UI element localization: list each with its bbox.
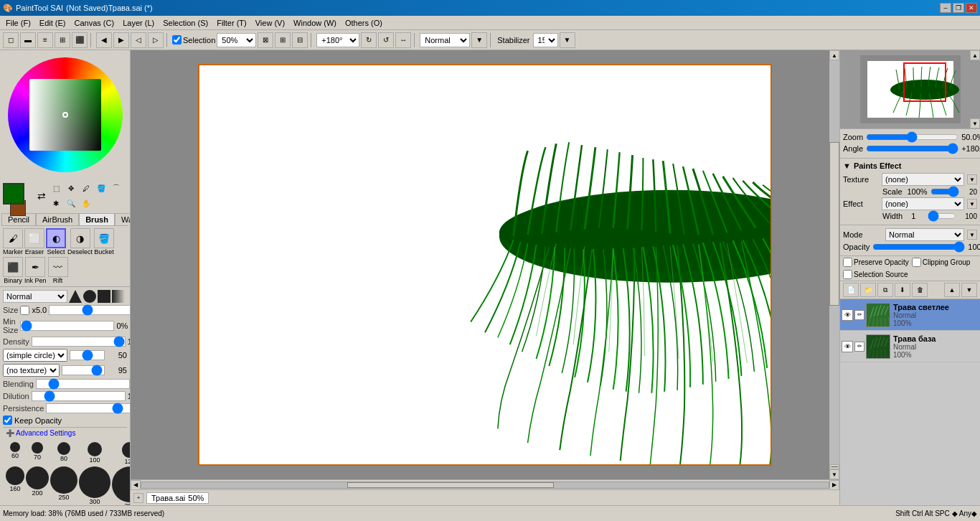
- sub-tool-inkpen[interactable]: ✒ Ink Pen: [24, 257, 47, 284]
- shape-select[interactable]: (simple circle): [3, 349, 67, 362]
- layer-move-up-btn[interactable]: ▲: [944, 283, 960, 297]
- h-scrollbar[interactable]: ◀ ▶: [131, 479, 839, 489]
- layer-move-down-btn[interactable]: ▼: [961, 283, 977, 297]
- preserve-opacity-cb[interactable]: [843, 258, 852, 267]
- selection-source-cb[interactable]: [843, 270, 852, 279]
- angle-select[interactable]: +180° 0° +90° -90°: [316, 33, 359, 47]
- toolbar-nav-next2[interactable]: ▷: [148, 32, 164, 48]
- menu-window[interactable]: Window (W): [289, 17, 341, 29]
- blend-mode-select[interactable]: Normal Multiply Screen: [3, 290, 67, 303]
- size-checkbox[interactable]: [20, 306, 29, 315]
- brush-preset-100[interactable]: 100: [79, 442, 110, 465]
- brush-preset-250[interactable]: 250: [50, 466, 77, 505]
- stabilizer-arrow[interactable]: ▼: [560, 32, 575, 48]
- minimize-button[interactable]: –: [940, 3, 951, 13]
- zoom-fit[interactable]: ⊠: [258, 32, 273, 48]
- vscroll-down-btn[interactable]: ▼: [829, 469, 839, 479]
- canvas-frame[interactable]: [198, 64, 772, 466]
- menu-layer[interactable]: Layer (L): [118, 17, 159, 29]
- rotate-ccw[interactable]: ↺: [378, 32, 394, 48]
- hscroll-track[interactable]: [141, 482, 829, 489]
- swap-colors-icon[interactable]: ⇄: [37, 190, 46, 202]
- texture-pe-expand[interactable]: ▼: [967, 174, 977, 184]
- hscroll-thumb[interactable]: [347, 482, 553, 488]
- brush-preset-70[interactable]: 70: [26, 442, 49, 465]
- menu-canvas[interactable]: Canvas (C): [70, 17, 119, 29]
- canvas-tab[interactable]: Трава.sai 50%: [146, 492, 209, 504]
- menu-edit[interactable]: Edit (E): [35, 17, 70, 29]
- size-slider[interactable]: [49, 305, 130, 315]
- toolbar-nav-prev[interactable]: ◀: [96, 32, 112, 48]
- v-scrollbar[interactable]: ▲ ▼: [829, 50, 839, 479]
- lasso-tool-icon[interactable]: ⌒: [109, 181, 123, 195]
- sub-tool-binary[interactable]: ⬛ Binary: [3, 257, 23, 284]
- hscroll-left-btn[interactable]: ◀: [131, 480, 141, 490]
- flip-h[interactable]: ↔: [395, 32, 411, 48]
- layer-item-2[interactable]: 👁 ✏: [840, 331, 980, 362]
- magic-wand-icon[interactable]: ✱: [49, 196, 63, 210]
- layer-2-visibility[interactable]: 👁: [842, 341, 853, 352]
- toolbar-nav-next[interactable]: ▶: [113, 32, 129, 48]
- dilution-slider[interactable]: [32, 391, 126, 401]
- hscroll-right-btn[interactable]: ▶: [829, 480, 839, 490]
- vscroll-track[interactable]: [829, 60, 839, 469]
- layer-1-visibility[interactable]: 👁: [842, 309, 853, 321]
- blend-mode-toolbar[interactable]: Normal Multiply Screen: [420, 33, 470, 47]
- angle-slider[interactable]: [866, 144, 958, 153]
- hand-tool-icon[interactable]: ✋: [79, 196, 93, 210]
- new-layer-btn[interactable]: 📄: [843, 283, 859, 297]
- sub-tool-select[interactable]: ◐ Select: [46, 228, 66, 255]
- shape-slider[interactable]: [70, 350, 105, 360]
- brush-preset-300[interactable]: 300: [79, 466, 110, 505]
- toolbar-nav-prev2[interactable]: ◁: [131, 32, 146, 48]
- menu-others[interactable]: Others (O): [341, 17, 387, 29]
- menu-view[interactable]: View (V): [251, 17, 289, 29]
- effect-pe-expand[interactable]: ▼: [967, 199, 977, 209]
- toolbar-btn-4[interactable]: ⊞: [55, 32, 70, 48]
- layer-item-1[interactable]: 👁 ✏: [840, 299, 980, 331]
- menu-file[interactable]: File (F): [1, 17, 35, 29]
- brush-preset-60[interactable]: 60: [6, 442, 24, 465]
- rotate-cw[interactable]: ↻: [361, 32, 377, 48]
- tab-water[interactable]: Water: [115, 213, 131, 225]
- brush-preset-80[interactable]: 80: [50, 442, 77, 465]
- texture-pe-select[interactable]: (none): [882, 173, 964, 186]
- shape-triangle-icon[interactable]: [69, 290, 82, 303]
- layer-1-lock[interactable]: ✏: [854, 310, 864, 320]
- zoom-slider[interactable]: [866, 133, 958, 141]
- layer-2-lock[interactable]: ✏: [854, 342, 864, 352]
- menu-selection[interactable]: Selection (S): [159, 17, 212, 29]
- canvas-vscroll[interactable]: │: [829, 464, 839, 469]
- select-tool-icon[interactable]: ⬚: [49, 181, 63, 195]
- sub-tool-eraser[interactable]: ⬜ Eraser: [24, 228, 44, 255]
- toolbar-btn-5[interactable]: ⬛: [72, 32, 88, 48]
- merge-down-btn[interactable]: ⬇: [895, 283, 910, 297]
- minsize-slider[interactable]: [20, 321, 114, 331]
- shape-square-icon[interactable]: [98, 290, 110, 303]
- blending-slider[interactable]: [36, 379, 130, 389]
- nav-arrow-br[interactable]: ▼: [970, 118, 980, 128]
- mode-expand[interactable]: ▼: [967, 230, 977, 240]
- density-slider[interactable]: [32, 337, 126, 347]
- brush-preset-200[interactable]: 200: [26, 466, 49, 505]
- eyedropper-icon[interactable]: 🖊: [79, 181, 93, 195]
- paints-effect-title[interactable]: ▼ Paints Effect: [843, 161, 977, 170]
- sub-tool-bucket[interactable]: 🪣 Bucket: [94, 228, 114, 255]
- tab-add-btn[interactable]: +: [133, 493, 143, 503]
- delete-layer-btn[interactable]: 🗑: [912, 283, 928, 297]
- scale-pe-slider[interactable]: [930, 187, 959, 196]
- fill-tool-icon[interactable]: 🪣: [94, 181, 108, 195]
- opacity-slider[interactable]: [872, 243, 965, 251]
- shape-circle-icon[interactable]: [83, 290, 96, 303]
- nav-arrow-tr[interactable]: ▲: [970, 50, 980, 60]
- close-button[interactable]: ✕: [966, 3, 977, 13]
- toolbar-btn-2[interactable]: ▬: [20, 32, 36, 48]
- toolbar-btn-3[interactable]: ≡: [37, 32, 53, 48]
- canvas-scroll-area[interactable]: ▲ │: [131, 50, 839, 479]
- move-tool-icon[interactable]: ✥: [64, 181, 78, 195]
- color-picker-square[interactable]: [29, 79, 101, 151]
- persistence-slider[interactable]: [46, 403, 130, 413]
- brush-preset-350[interactable]: 350: [112, 466, 130, 505]
- keep-opacity-checkbox[interactable]: [3, 416, 12, 425]
- stabilizer-select[interactable]: 15 0 5 10 20: [533, 33, 558, 47]
